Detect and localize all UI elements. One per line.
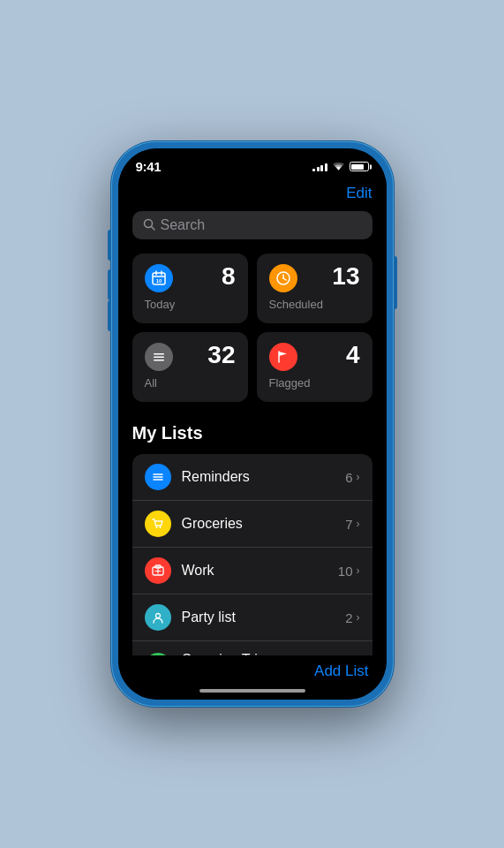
header-row: Edit [132, 185, 372, 202]
search-bar[interactable]: Search [132, 211, 372, 239]
scheduled-label: Scheduled [269, 298, 360, 311]
work-count: 10 [338, 564, 353, 579]
home-indicator [199, 689, 305, 693]
today-card[interactable]: 10 8 Today [132, 254, 248, 323]
notch [199, 148, 305, 173]
svg-rect-12 [154, 360, 164, 361]
party-name: Party list [182, 609, 346, 625]
groceries-name: Groceries [182, 515, 346, 532]
signal-icon [312, 162, 327, 171]
scheduled-card[interactable]: 13 Scheduled [257, 254, 372, 323]
svg-rect-11 [154, 357, 164, 359]
work-chevron: › [357, 564, 360, 577]
work-icon [145, 557, 171, 584]
search-placeholder: Search [161, 217, 206, 233]
work-info: Work [182, 562, 338, 579]
groceries-icon [145, 511, 171, 537]
party-count: 2 [345, 610, 352, 625]
party-icon [145, 604, 171, 631]
all-count: 32 [207, 343, 235, 367]
section-title: My Lists [132, 423, 372, 443]
status-icons [312, 162, 369, 171]
list-item-work[interactable]: Work 10 › [132, 548, 372, 594]
today-label: Today [145, 298, 236, 311]
today-count: 8 [222, 264, 236, 289]
groceries-info: Groceries [182, 515, 346, 532]
status-time: 9:41 [136, 159, 162, 174]
list-item-camping[interactable]: Camping Trip Shared with Mandy Dempsey 5… [132, 641, 372, 655]
list-item-groceries[interactable]: Groceries 7 › [132, 501, 372, 548]
edit-button[interactable]: Edit [346, 185, 372, 202]
party-meta: 2 › [345, 610, 359, 625]
svg-line-1 [151, 226, 154, 230]
reminders-info: Reminders [182, 468, 346, 485]
all-card[interactable]: 32 All [132, 332, 248, 402]
scheduled-count: 13 [332, 264, 359, 289]
bottom-bar: Add List [118, 655, 387, 684]
work-name: Work [182, 562, 338, 579]
party-chevron: › [357, 611, 360, 624]
scheduled-icon [269, 264, 297, 292]
flagged-card[interactable]: 4 Flagged [257, 332, 372, 402]
my-lists-section: My Lists [132, 423, 372, 655]
svg-point-16 [155, 526, 157, 528]
party-info: Party list [182, 609, 346, 625]
reminders-icon [145, 464, 171, 490]
flagged-count: 4 [346, 343, 360, 367]
svg-text:10: 10 [155, 278, 162, 284]
work-meta: 10 › [338, 564, 360, 579]
groceries-count: 7 [345, 517, 352, 532]
groceries-meta: 7 › [345, 517, 359, 532]
svg-point-17 [159, 526, 161, 528]
today-icon: 10 [145, 264, 173, 292]
reminders-count: 6 [345, 470, 352, 485]
groceries-chevron: › [357, 518, 360, 530]
svg-rect-10 [154, 353, 164, 355]
add-list-button[interactable]: Add List [314, 662, 368, 680]
list-item-party[interactable]: Party list 2 › [132, 594, 372, 641]
svg-line-9 [283, 278, 286, 280]
wifi-icon [332, 162, 345, 171]
reminders-name: Reminders [182, 468, 346, 485]
list-item-reminders[interactable]: Reminders 6 › [132, 454, 372, 501]
all-icon [145, 343, 173, 371]
flagged-icon [269, 343, 297, 371]
reminders-chevron: › [357, 471, 360, 483]
battery-icon [350, 162, 369, 171]
main-content: Edit Search [118, 178, 387, 655]
summary-grid: 10 8 Today [132, 254, 372, 402]
phone-frame: 9:41 [111, 141, 394, 707]
lists-container: Reminders 6 › [132, 454, 372, 655]
flagged-label: Flagged [269, 376, 360, 390]
svg-point-22 [155, 614, 160, 618]
reminders-meta: 6 › [345, 470, 359, 485]
all-label: All [145, 376, 236, 390]
search-icon [143, 218, 155, 233]
